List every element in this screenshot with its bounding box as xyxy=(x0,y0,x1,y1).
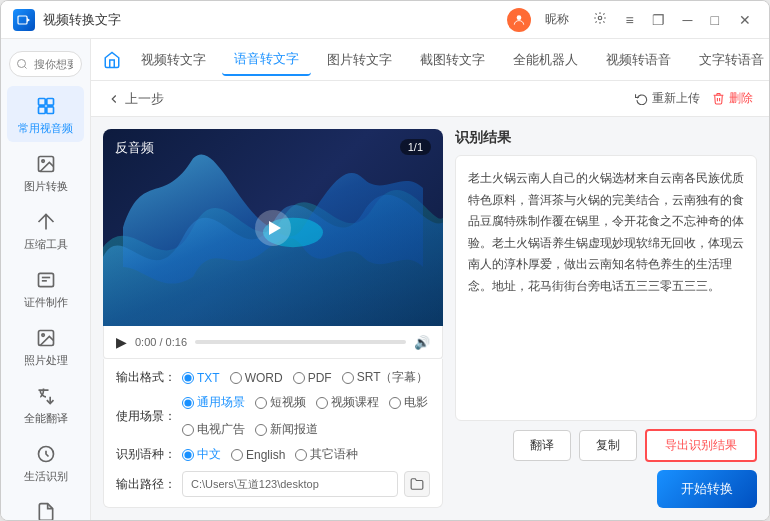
recognition-lang-row: 识别语种： 中文 English xyxy=(116,446,430,463)
usage-scenario-label: 使用场景： xyxy=(116,408,176,425)
svg-point-14 xyxy=(41,334,44,337)
compress-icon xyxy=(34,210,58,234)
sidebar-label-translate: 全能翻译 xyxy=(24,411,68,426)
output-path-label: 输出路径： xyxy=(116,476,176,493)
tab-text-to-audio[interactable]: 文字转语音 xyxy=(687,45,769,75)
lang-other[interactable]: 其它语种 xyxy=(295,446,358,463)
scenario-short-video[interactable]: 短视频 xyxy=(255,394,306,411)
translate-icon xyxy=(34,384,58,408)
recognition-lang-group: 中文 English 其它语种 xyxy=(182,446,358,463)
progress-bar[interactable] xyxy=(195,340,406,344)
lang-chinese[interactable]: 中文 xyxy=(182,446,221,463)
lang-english[interactable]: English xyxy=(231,448,285,462)
sidebar-item-life[interactable]: 生活识别 xyxy=(7,434,84,490)
sidebar-label-common-audio: 常用视音频 xyxy=(18,121,73,136)
cert-icon xyxy=(34,268,58,292)
result-actions: 翻译 复制 导出识别结果 xyxy=(455,429,757,462)
sidebar-item-image-convert[interactable]: 图片转换 xyxy=(7,144,84,200)
audio-controls: ▶ 0:00 / 0:16 🔊 xyxy=(103,326,443,359)
path-row xyxy=(182,471,430,497)
back-label: 上一步 xyxy=(125,90,164,108)
life-icon xyxy=(34,442,58,466)
menu-icon[interactable]: ≡ xyxy=(621,10,637,30)
back-button[interactable]: 上一步 xyxy=(107,90,164,108)
export-button[interactable]: 导出识别结果 xyxy=(645,429,757,462)
scenario-general[interactable]: 通用场景 xyxy=(182,394,245,411)
sidebar-label-image-convert: 图片转换 xyxy=(24,179,68,194)
output-path-row: 输出路径： xyxy=(116,471,430,497)
path-browse-button[interactable] xyxy=(404,471,430,497)
sidebar-label-life: 生活识别 xyxy=(24,469,68,484)
sidebar-label-compress: 压缩工具 xyxy=(24,237,68,252)
scenario-course[interactable]: 视频课程 xyxy=(316,394,379,411)
translate-button[interactable]: 翻译 xyxy=(513,430,571,461)
video-player: 反音频 1/1 xyxy=(103,129,443,326)
play-button[interactable] xyxy=(255,210,291,246)
bottom-row: 开始转换 xyxy=(455,470,757,508)
settings-icon[interactable] xyxy=(589,9,611,30)
svg-point-2 xyxy=(517,15,522,20)
app-window: 视频转换文字 昵称 ≡ ❐ ─ □ ✕ xyxy=(0,0,770,521)
title-bar: 视频转换文字 昵称 ≡ ❐ ─ □ ✕ xyxy=(1,1,769,39)
toolbar-right: 重新上传 删除 xyxy=(635,90,753,107)
sidebar-item-cert[interactable]: 证件制作 xyxy=(7,260,84,316)
format-srt[interactable]: SRT（字幕） xyxy=(342,369,429,386)
username-label: 昵称 xyxy=(545,11,569,28)
page-content: 反音频 1/1 xyxy=(91,117,769,520)
output-format-group: TXT WORD PDF xyxy=(182,369,428,386)
svg-rect-6 xyxy=(38,107,45,114)
close-icon[interactable]: ✕ xyxy=(733,10,757,30)
maximize-icon[interactable]: □ xyxy=(707,10,723,30)
svg-rect-7 xyxy=(46,107,53,114)
restore-icon[interactable]: ❐ xyxy=(648,10,669,30)
tab-audio-to-text[interactable]: 语音转文字 xyxy=(222,44,311,76)
sidebar-item-photo[interactable]: 照片处理 xyxy=(7,318,84,374)
format-pdf[interactable]: PDF xyxy=(293,371,332,385)
output-format-row: 输出格式： TXT WORD xyxy=(116,369,430,386)
pdf-convert-icon xyxy=(34,500,58,520)
video-panel: 反音频 1/1 xyxy=(103,129,443,508)
home-icon xyxy=(34,94,58,118)
content-area: 视频转文字 语音转文字 图片转文字 截图转文字 全能机器人 视频转语音 文字转语… xyxy=(91,39,769,520)
sidebar-item-common-audio[interactable]: 常用视音频 xyxy=(7,86,84,142)
sidebar: 常用视音频 图片转换 压缩工具 证件制作 xyxy=(1,39,91,520)
recognition-lang-label: 识别语种： xyxy=(116,446,176,463)
svg-rect-4 xyxy=(38,99,45,106)
tab-screenshot-to-text[interactable]: 截图转文字 xyxy=(408,45,497,75)
sidebar-label-cert: 证件制作 xyxy=(24,295,68,310)
tab-home-icon[interactable] xyxy=(103,46,121,74)
scenario-news[interactable]: 新闻报道 xyxy=(255,421,318,438)
format-word[interactable]: WORD xyxy=(230,371,283,385)
options-panel: 输出格式： TXT WORD xyxy=(103,359,443,508)
scenario-tv-ad[interactable]: 电视广告 xyxy=(182,421,245,438)
time-display: 0:00 / 0:16 xyxy=(135,336,187,348)
volume-icon[interactable]: 🔊 xyxy=(414,335,430,350)
tab-image-to-text[interactable]: 图片转文字 xyxy=(315,45,404,75)
start-convert-button[interactable]: 开始转换 xyxy=(657,470,757,508)
usage-scenario-row: 使用场景： 通用场景 短视频 xyxy=(116,394,430,438)
svg-rect-5 xyxy=(46,99,53,106)
copy-button[interactable]: 复制 xyxy=(579,430,637,461)
svg-rect-0 xyxy=(18,16,27,24)
output-format-label: 输出格式： xyxy=(116,369,176,386)
tab-full-robot[interactable]: 全能机器人 xyxy=(501,45,590,75)
delete-button[interactable]: 删除 xyxy=(712,90,753,107)
path-input[interactable] xyxy=(182,471,398,497)
sidebar-label-photo: 照片处理 xyxy=(24,353,68,368)
format-txt[interactable]: TXT xyxy=(182,371,220,385)
tab-video-to-text[interactable]: 视频转文字 xyxy=(129,45,218,75)
tab-video-translate[interactable]: 视频转语音 xyxy=(594,45,683,75)
image-convert-icon xyxy=(34,152,58,176)
scenario-movie[interactable]: 电影 xyxy=(389,394,428,411)
sidebar-item-pdf-convert[interactable]: PDF转换 xyxy=(7,492,84,520)
app-title: 视频转换文字 xyxy=(43,11,507,29)
play-pause-button[interactable]: ▶ xyxy=(116,334,127,350)
main-layout: 常用视音频 图片转换 压缩工具 证件制作 xyxy=(1,39,769,520)
search-box[interactable] xyxy=(9,51,82,77)
sidebar-item-translate[interactable]: 全能翻译 xyxy=(7,376,84,432)
search-input[interactable] xyxy=(9,51,82,77)
minimize-icon[interactable]: ─ xyxy=(679,10,697,30)
reupload-button[interactable]: 重新上传 xyxy=(635,90,700,107)
app-logo xyxy=(13,9,35,31)
sidebar-item-compress[interactable]: 压缩工具 xyxy=(7,202,84,258)
